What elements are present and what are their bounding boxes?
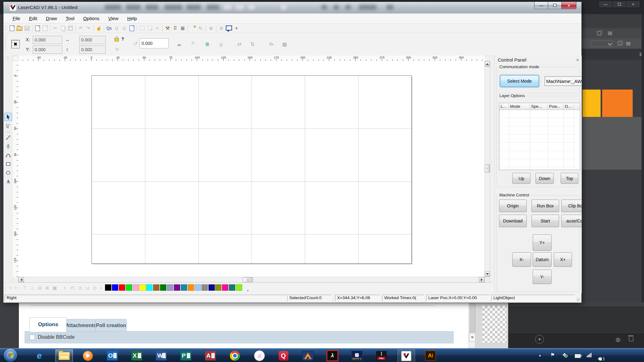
collapse-chevrons-icon[interactable]: » (499, 336, 501, 341)
scroll-left-button[interactable] (19, 277, 24, 282)
col-layer[interactable]: L... (499, 103, 509, 110)
palette-swatch-18[interactable] (229, 284, 235, 291)
taskbar-itunes[interactable]: ♫ (251, 349, 268, 362)
palette-swatch-0[interactable] (105, 284, 111, 291)
tab-poll-creation[interactable]: Poll creation (95, 319, 127, 332)
palette-swatch-3[interactable] (126, 284, 132, 291)
taskbar-media-player[interactable] (79, 349, 96, 362)
menu-draw[interactable]: Draw (43, 14, 60, 22)
taskbar-peak-app[interactable] (299, 349, 316, 362)
palette-swatch-14[interactable] (202, 284, 208, 291)
battery-icon[interactable] (575, 354, 581, 358)
col-output[interactable]: O... (564, 103, 574, 110)
taskbar-acrobat[interactable]: λ (324, 349, 341, 362)
jog-y-minus-button[interactable]: Y- (533, 270, 552, 284)
volume-icon[interactable] (600, 358, 602, 360)
resize-grip[interactable] (577, 298, 580, 301)
col-power[interactable]: Pow... (548, 103, 564, 110)
palette-swatch-17[interactable] (222, 284, 228, 291)
trash-icon[interactable] (629, 337, 633, 341)
background-orange-swatch[interactable] (602, 90, 633, 117)
layer-down-button[interactable]: Down (536, 173, 554, 184)
start-button[interactable]: Start (531, 215, 559, 227)
menu-edit[interactable]: Edit (26, 14, 40, 22)
canvas-viewport[interactable] (18, 61, 485, 277)
layer-table[interactable]: L... Mode Spe... Pow... O... (499, 103, 580, 170)
vertical-scroll-thumb[interactable]: ≡ (485, 164, 490, 173)
panel-dropdown[interactable] (591, 41, 613, 47)
panel-grid-view-icon[interactable] (618, 41, 622, 46)
run-box-button[interactable]: Run Box (531, 200, 559, 212)
display-icon[interactable] (226, 25, 232, 32)
lock-ratio-icon[interactable] (114, 38, 119, 41)
clip-box-button[interactable]: Clip Box (561, 200, 582, 212)
menu-tool[interactable]: Tool (63, 14, 78, 22)
network-signal-icon[interactable] (587, 353, 591, 357)
height-input[interactable]: 0.000 (79, 46, 106, 54)
palette-swatch-10[interactable] (174, 284, 180, 291)
col-speed[interactable]: Spe... (530, 103, 548, 110)
angle-input[interactable]: 0.000 (140, 38, 169, 48)
palette-swatch-8[interactable] (160, 284, 166, 291)
palette-swatch-12[interactable] (188, 284, 194, 291)
bezier-tool[interactable] (4, 151, 12, 159)
taskbar-internet-explorer[interactable]: e (31, 349, 48, 362)
y-position-input[interactable]: 0.000 (33, 46, 62, 54)
open-file-icon[interactable] (16, 25, 23, 32)
select-tool[interactable] (4, 113, 12, 121)
x-position-input[interactable]: 0.000 (33, 36, 62, 44)
col-mode[interactable]: Mode (509, 103, 530, 110)
taskbar-word[interactable]: W (153, 349, 170, 362)
scroll-right-button[interactable] (479, 277, 484, 282)
palette-overflow-icon[interactable]: ▾ (245, 287, 251, 293)
menu-options[interactable]: Options (80, 14, 103, 22)
taskbar-excel[interactable]: X (128, 349, 145, 362)
layer-order-icon[interactable]: ≣ (204, 41, 211, 47)
minimize-button[interactable]: — (534, 2, 548, 9)
palette-swatch-15[interactable] (208, 284, 215, 291)
help-icon[interactable]: ? (121, 36, 124, 41)
disable-bbcode-checkbox[interactable] (30, 335, 35, 340)
import-icon[interactable] (34, 25, 41, 32)
scroll-down-button[interactable] (485, 271, 490, 277)
menu-help[interactable]: Help (124, 14, 140, 22)
background-yellow-swatch[interactable] (582, 90, 601, 117)
tray-expand-icon[interactable]: ▲ (538, 354, 541, 357)
toolbar-overflow-icon[interactable]: ▾ (233, 25, 240, 32)
scroll-down-button[interactable] (469, 333, 475, 342)
node-edit-icon[interactable] (190, 25, 196, 32)
new-file-icon[interactable] (9, 25, 15, 32)
palette-swatch-5[interactable] (140, 284, 146, 291)
pan-icon[interactable]: ☝ (96, 25, 102, 32)
panel-tile-icon[interactable] (597, 31, 601, 36)
palette-swatch-4[interactable] (133, 284, 139, 291)
background-close-button[interactable]: × (626, 1, 640, 8)
simulate-icon[interactable]: ⚒ (164, 25, 171, 32)
taskbar-outlook[interactable]: O (104, 349, 121, 362)
dropbox-icon[interactable]: ❖ (562, 352, 567, 358)
zoom-page-icon[interactable] (129, 25, 135, 32)
palette-swatch-19[interactable] (236, 284, 242, 291)
taskbar-suite-app[interactable]: SUITE U (348, 349, 365, 362)
jog-y-plus-button[interactable]: Y+ (533, 234, 552, 251)
background-maximize-button[interactable] (612, 1, 626, 8)
width-input[interactable]: 0.000 (79, 36, 106, 44)
action-center-flag-icon[interactable]: ⚑ (550, 352, 555, 358)
origin-button[interactable]: Origin (499, 200, 527, 212)
menu-view[interactable]: View (105, 14, 121, 22)
download-button[interactable]: Download (499, 215, 527, 227)
vertical-scrollbar[interactable]: ≡ (485, 61, 490, 277)
panel-list-view-icon[interactable] (626, 42, 630, 45)
close-button[interactable]: × (561, 2, 576, 9)
taskbar-chrome[interactable] (226, 349, 243, 362)
horizontal-scrollbar[interactable]: ||| (18, 277, 485, 282)
tab-options[interactable]: Options (30, 317, 67, 332)
palette-swatch-1[interactable] (112, 284, 118, 291)
taskbar-ipro-app[interactable]: IPRO (373, 349, 390, 362)
palette-swatch-6[interactable] (146, 284, 153, 291)
palette-swatch-16[interactable] (215, 284, 221, 291)
maximize-button[interactable] (548, 2, 562, 9)
text-tool[interactable]: A (4, 178, 12, 186)
horizontal-scroll-thumb[interactable]: ||| (243, 277, 253, 282)
rectangle-tool[interactable] (4, 160, 12, 168)
